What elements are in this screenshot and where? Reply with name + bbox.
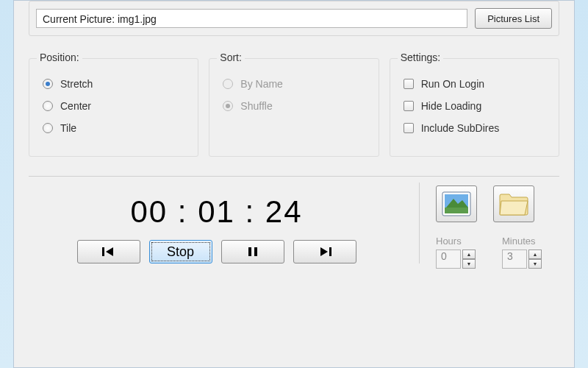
current-picture-filename: img1.jpg [118, 13, 157, 25]
chevron-up-icon: ▲ [467, 252, 472, 257]
position-option-tile[interactable]: Tile [43, 122, 184, 134]
minutes-value[interactable]: 3 [502, 250, 527, 269]
svg-rect-9 [445, 208, 468, 213]
options-row: Position: Stretch Center Tile Sort: By N… [29, 58, 559, 157]
position-group: Position: Stretch Center Tile [29, 58, 198, 157]
current-picture-group: Current Picture: img1.jpg Pictures List [29, 1, 559, 36]
settings-option-includesubdirs[interactable]: Include SubDires [404, 122, 545, 134]
skip-next-icon [318, 247, 332, 257]
pictures-list-button[interactable]: Pictures List [475, 8, 552, 29]
position-title: Position: [37, 52, 82, 63]
minutes-spinner[interactable]: 3 ▲ ▼ [502, 250, 555, 269]
folder-icon [498, 191, 529, 216]
icon-button-row [436, 185, 559, 222]
next-button[interactable] [293, 240, 356, 263]
hours-up-button[interactable]: ▲ [462, 250, 476, 259]
checkbox-icon [404, 79, 414, 89]
hours-down-button[interactable]: ▼ [462, 259, 476, 269]
chevron-down-icon: ▼ [467, 261, 472, 266]
radio-icon [43, 101, 53, 111]
option-label: Run On Login [421, 78, 484, 90]
chevron-up-icon: ▲ [533, 252, 538, 257]
option-label: Stretch [60, 78, 93, 90]
checkbox-icon [404, 101, 414, 111]
svg-rect-3 [254, 247, 257, 256]
previous-button[interactable] [77, 240, 140, 263]
hours-spinner-col: Hours 0 ▲ ▼ [436, 236, 489, 269]
minutes-down-button[interactable]: ▼ [528, 259, 542, 269]
hours-value[interactable]: 0 [436, 250, 461, 269]
hours-spinner[interactable]: 0 ▲ ▼ [436, 250, 489, 269]
minutes-spinner-col: Minutes 3 ▲ ▼ [502, 236, 555, 269]
chevron-down-icon: ▼ [533, 261, 538, 266]
radio-icon [43, 79, 53, 89]
app-panel: Current Picture: img1.jpg Pictures List … [13, 0, 575, 368]
position-option-stretch[interactable]: Stretch [43, 78, 184, 90]
option-label: Hide Loading [421, 100, 482, 112]
interval-panel: Hours 0 ▲ ▼ Minutes 3 ▲ [420, 183, 559, 269]
svg-marker-4 [320, 247, 328, 256]
radio-icon [43, 123, 53, 133]
position-option-center[interactable]: Center [43, 100, 184, 112]
stop-button[interactable]: Stop [149, 240, 212, 263]
sort-option-shuffle: Shuffle [223, 100, 365, 112]
sort-group: Sort: By Name Shuffle [209, 58, 379, 157]
radio-icon [223, 101, 233, 111]
svg-rect-5 [329, 247, 331, 256]
svg-rect-2 [248, 247, 251, 256]
choose-folder-button[interactable] [493, 185, 534, 222]
timer-display: 00 : 01 : 24 [29, 194, 404, 230]
hours-spinner-buttons: ▲ ▼ [462, 250, 476, 269]
timer-panel: 00 : 01 : 24 Stop [29, 183, 420, 263]
choose-picture-button[interactable] [436, 185, 477, 222]
radio-icon [223, 79, 233, 89]
sort-option-byname: By Name [223, 78, 365, 90]
settings-option-hideloading[interactable]: Hide Loading [404, 100, 545, 112]
minutes-up-button[interactable]: ▲ [528, 250, 542, 259]
current-picture-field: Current Picture: img1.jpg [36, 9, 467, 28]
divider [29, 176, 559, 177]
picture-icon [442, 191, 471, 216]
pause-icon [248, 247, 258, 257]
bottom-area: 00 : 01 : 24 Stop [29, 183, 559, 269]
svg-rect-0 [102, 247, 104, 256]
option-label: Include SubDires [421, 122, 500, 134]
settings-option-runonlogin[interactable]: Run On Login [404, 78, 545, 90]
interval-spinners: Hours 0 ▲ ▼ Minutes 3 ▲ [436, 236, 559, 269]
playback-controls: Stop [29, 240, 404, 263]
option-label: Center [60, 100, 91, 112]
svg-marker-1 [106, 247, 113, 256]
sort-title: Sort: [217, 52, 245, 63]
option-label: Tile [60, 122, 76, 134]
option-label: Shuffle [240, 100, 272, 112]
minutes-label: Minutes [502, 236, 555, 247]
option-label: By Name [240, 78, 283, 90]
current-picture-label-prefix: Current Picture: [43, 13, 118, 25]
settings-group: Settings: Run On Login Hide Loading Incl… [390, 58, 559, 157]
checkbox-icon [404, 123, 414, 133]
hours-label: Hours [436, 236, 489, 247]
skip-previous-icon [101, 247, 116, 257]
minutes-spinner-buttons: ▲ ▼ [528, 250, 542, 269]
pause-button[interactable] [221, 240, 284, 263]
settings-title: Settings: [398, 52, 443, 63]
